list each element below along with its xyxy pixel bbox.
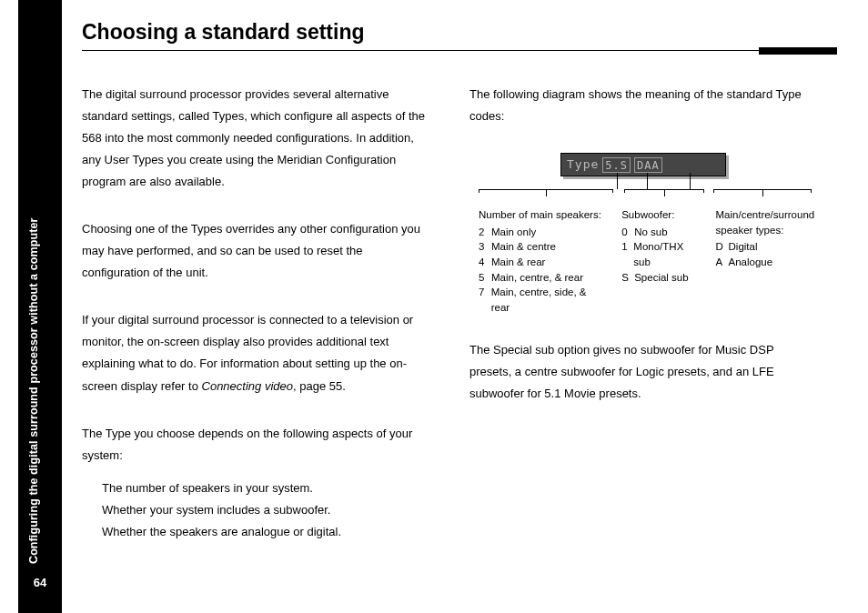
legend2-row-3: SSpecial sub: [621, 270, 699, 286]
right-closing: The Special sub option gives no subwoofe…: [469, 339, 815, 405]
left-para-3: If your digital surround processor is co…: [82, 309, 428, 397]
legend1-row-5: 7Main, centre, side, & rear: [479, 285, 605, 315]
legend-speakers: Number of main speakers: 2Main only 3Mai…: [479, 207, 605, 316]
legend1-row-4: 5Main, centre, & rear: [479, 270, 605, 286]
left-para-2: Choosing one of the Types overrides any …: [82, 218, 428, 284]
legends: Number of main speakers: 2Main only 3Mai…: [479, 207, 815, 316]
connector-bracket-2: [624, 189, 704, 190]
column-left: The digital surround processor provides …: [82, 84, 428, 543]
callout-connectors: [479, 176, 788, 213]
page-content: Choosing a standard setting The digital …: [82, 20, 846, 543]
legend3-row-1: DDigital: [716, 239, 815, 255]
title-rule-light: [82, 50, 759, 51]
lcd-panel: Type 5.S DAA: [560, 153, 726, 176]
title-rule: [82, 50, 837, 55]
connector-bracket-1: [479, 189, 613, 190]
legend1-row-1: 2Main only: [479, 225, 605, 240]
columns: The digital surround processor provides …: [82, 84, 846, 543]
legend1-row-2: 3Main & centre: [479, 239, 605, 255]
legend1-row-3: 4Main & rear: [479, 255, 605, 270]
left-para-4: The Type you choose depends on the follo…: [82, 423, 428, 467]
sidebar-section-label: Configuring the digital surround process…: [27, 218, 40, 564]
column-right: The following diagram shows the meaning …: [469, 84, 815, 543]
lcd-box-1: 5.S: [602, 157, 631, 173]
connector-drop-2: [647, 173, 648, 189]
page-number: 64: [18, 576, 62, 589]
page-title: Choosing a standard setting: [82, 20, 846, 45]
legend3-row-2: AAnalogue: [716, 255, 815, 270]
lcd-display: Type 5.S DAA: [560, 153, 726, 176]
connector-drop-1: [617, 173, 618, 189]
title-rule-heavy: [759, 47, 837, 55]
left-para-3-em: Connecting video: [202, 379, 293, 393]
bullet-2: Whether your system includes a subwoofer…: [102, 499, 428, 521]
lcd-box-2: DAA: [634, 157, 662, 173]
left-bullets: The number of speakers in your system. W…: [82, 477, 428, 543]
left-para-1: The digital surround processor provides …: [82, 84, 428, 193]
lcd-prefix: Type: [567, 154, 599, 176]
sidebar-rail: Configuring the digital surround process…: [18, 0, 62, 613]
right-intro: The following diagram shows the meaning …: [469, 84, 815, 127]
legend-subwoofer: Subwoofer: 0No sub 1Mono/THX sub SSpecia…: [621, 207, 699, 316]
legend-speaker-types: Main/centre/surround speaker types: DDig…: [716, 207, 815, 316]
left-para-3b: , page 55.: [293, 379, 346, 393]
legend2-row-1: 0No sub: [621, 225, 699, 240]
lcd-diagram: Type 5.S DAA: [469, 153, 761, 213]
connector-drop-3: [690, 173, 691, 189]
bullet-1: The number of speakers in your system.: [102, 477, 428, 499]
bullet-3: Whether the speakers are analogue or dig…: [102, 521, 428, 543]
connector-bracket-3: [713, 189, 812, 190]
legend2-row-2: 1Mono/THX sub: [621, 239, 699, 269]
